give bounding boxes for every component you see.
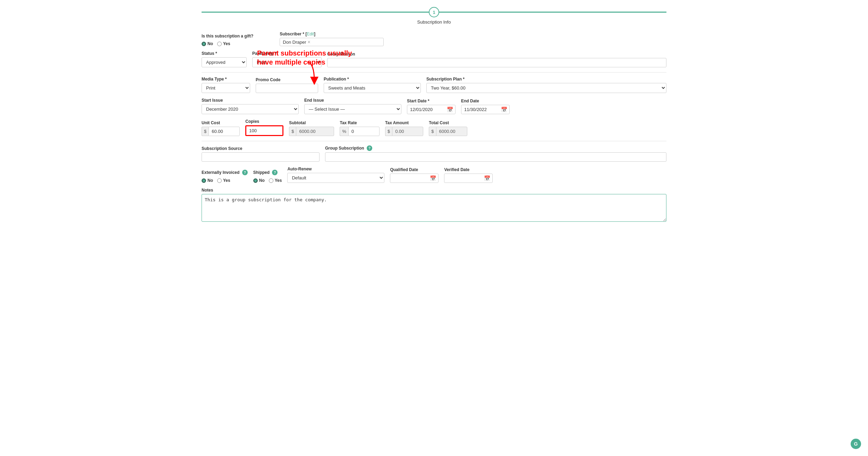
verified-date-calendar-icon[interactable]: 📅 (484, 175, 491, 181)
ext-invoiced-yes-label[interactable]: Yes (217, 178, 230, 183)
subscriber-group: Subscriber * [Edit] Don Draper × (280, 32, 384, 46)
gift-yes-label[interactable]: Yes (217, 41, 230, 46)
end-date-calendar-icon[interactable]: 📅 (501, 107, 508, 113)
subscriber-value: Don Draper (283, 40, 306, 45)
group-subscription-help-icon[interactable]: ? (367, 145, 372, 151)
tax-rate-group: Tax Rate % (340, 120, 380, 136)
progress-line-container: 1 (202, 7, 666, 17)
externally-invoiced-group: Externally Invoiced ? No Yes (202, 170, 248, 183)
subscriber-label: Subscriber * [Edit] (280, 32, 384, 36)
end-date-label: End Date (461, 99, 510, 103)
progress-label: Subscription Info (417, 19, 451, 25)
externally-invoiced-help-icon[interactable]: ? (242, 170, 248, 175)
ext-invoiced-yes-text: Yes (223, 178, 230, 183)
media-type-group: Media Type * Print Digital (202, 77, 250, 93)
shipped-no-label[interactable]: No (253, 178, 265, 183)
gift-yes-radio[interactable] (217, 42, 222, 46)
shipped-label: Shipped ? (253, 170, 282, 175)
subscriber-remove-icon[interactable]: × (308, 39, 310, 45)
subtotal-prefix: $ (289, 127, 296, 136)
tax-amount-input (392, 127, 423, 136)
notes-group: Notes This is a group subscription for t… (202, 188, 666, 222)
gift-question-group: Is this subscription a gift? No Yes (202, 34, 253, 46)
ext-invoiced-no-text: No (207, 178, 213, 183)
gift-no-label[interactable]: No (202, 41, 213, 46)
verified-date-wrap: 📅 (444, 174, 493, 183)
end-date-group: End Date 📅 (461, 99, 510, 114)
tax-rate-input-wrap: % (340, 127, 380, 136)
copies-input[interactable] (245, 125, 283, 136)
ext-invoiced-yes-radio[interactable] (217, 178, 222, 183)
unit-cost-input[interactable] (209, 127, 240, 136)
paid-comp-label: Paid/Comp * (252, 51, 322, 56)
shipped-no-radio[interactable] (253, 178, 258, 183)
progress-section: 1 Subscription Info (202, 7, 666, 25)
promo-code-label: Promo Code (256, 77, 318, 82)
subscriber-tag-input[interactable]: Don Draper × (280, 38, 384, 46)
auto-renew-label: Auto-Renew (287, 167, 384, 171)
tax-amount-prefix: $ (385, 127, 392, 136)
publication-select[interactable]: Sweets and Meats Other (324, 83, 421, 93)
qualified-date-calendar-icon[interactable]: 📅 (430, 175, 436, 181)
unit-cost-label: Unit Cost (202, 120, 240, 125)
start-issue-label: Start Issue (202, 98, 299, 103)
verified-date-group: Verified Date 📅 (444, 167, 493, 183)
gift-no-radio[interactable] (202, 42, 206, 46)
comp-reason-label: Comp Reason (327, 52, 666, 57)
shipped-yes-text: Yes (275, 178, 282, 183)
copies-group: Copies (245, 119, 283, 136)
verified-date-label: Verified Date (444, 167, 493, 172)
gift-label: Is this subscription a gift? (202, 34, 253, 39)
end-issue-label: End Issue (304, 98, 401, 103)
promo-code-input[interactable] (256, 84, 318, 93)
source-group-row: Subscription Source Group Subscription ? (202, 145, 666, 162)
cost-row: Unit Cost $ Copies Subtotal $ Tax Rate % (202, 119, 666, 136)
group-subscription-group: Group Subscription ? (325, 145, 666, 162)
subscriber-edit-link[interactable]: Edit (307, 32, 314, 36)
ext-invoiced-no-label[interactable]: No (202, 178, 213, 183)
tax-rate-prefix: % (340, 127, 348, 136)
divider-1 (202, 72, 666, 73)
publication-label: Publication * (324, 77, 421, 82)
qualified-date-group: Qualified Date 📅 (390, 167, 439, 183)
subscription-source-label: Subscription Source (202, 146, 320, 151)
start-date-calendar-icon[interactable]: 📅 (447, 107, 453, 113)
unit-cost-input-wrap: $ (202, 127, 240, 136)
notes-textarea[interactable]: This is a group subscription for the com… (202, 194, 666, 222)
subscription-source-input[interactable] (202, 152, 320, 162)
gift-subscriber-row: Is this subscription a gift? No Yes Subs… (202, 32, 666, 46)
unit-cost-group: Unit Cost $ (202, 120, 240, 136)
comp-reason-group: Comp Reason (327, 52, 666, 67)
total-cost-input-wrap: $ (429, 127, 467, 136)
auto-renew-select[interactable]: Default Yes No (287, 173, 384, 183)
start-issue-select[interactable]: December 2020 January 2021 (202, 104, 299, 114)
page-container: 1 Subscription Info Is this subscription… (191, 0, 677, 229)
total-cost-input (436, 127, 467, 136)
media-type-select[interactable]: Print Digital (202, 83, 250, 93)
status-select[interactable]: Approved (202, 57, 247, 67)
comp-reason-input[interactable] (327, 58, 666, 67)
subscription-plan-label: Subscription Plan * (426, 77, 666, 82)
ext-invoiced-no-radio[interactable] (202, 178, 206, 183)
subscription-plan-select[interactable]: Two Year, $60.00 One Year, $30.00 (426, 83, 666, 93)
shipped-yes-radio[interactable] (269, 178, 273, 183)
tax-rate-input[interactable] (348, 127, 380, 136)
subtotal-label: Subtotal (289, 120, 334, 125)
group-subscription-input[interactable] (325, 152, 666, 162)
publication-group: Publication * Sweets and Meats Other (324, 77, 421, 93)
unit-cost-prefix: $ (202, 127, 209, 136)
subscription-plan-group: Subscription Plan * Two Year, $60.00 One… (426, 77, 666, 93)
paid-comp-select[interactable]: Paid Comp (252, 57, 322, 67)
shipped-yes-label[interactable]: Yes (269, 178, 282, 183)
total-cost-label: Total Cost (429, 120, 467, 125)
invoiced-shipped-row: Externally Invoiced ? No Yes Shipped ? (202, 167, 666, 183)
media-pub-row: Media Type * Print Digital Promo Code Pu… (202, 77, 666, 93)
shipped-help-icon[interactable]: ? (272, 170, 278, 175)
externally-invoiced-label: Externally Invoiced ? (202, 170, 248, 175)
tax-rate-label: Tax Rate (340, 120, 380, 125)
status-row: Status * Approved Paid/Comp * Paid Comp … (202, 51, 666, 67)
promo-code-group: Promo Code (256, 77, 318, 93)
end-date-wrap: 📅 (461, 105, 510, 114)
qualified-date-wrap: 📅 (390, 174, 439, 183)
end-issue-select[interactable]: — Select Issue — November 2022 (304, 104, 401, 114)
